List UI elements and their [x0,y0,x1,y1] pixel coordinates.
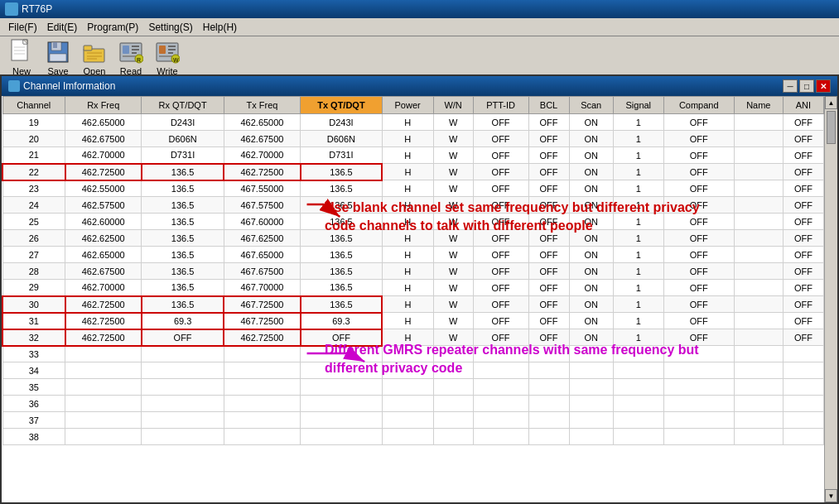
cell-ani[interactable] [783,429,823,445]
cell-wn[interactable] [433,379,473,396]
cell-wn[interactable] [433,362,473,379]
cell-compand[interactable]: OFF [663,197,734,214]
cell-compand[interactable]: OFF [663,329,734,346]
cell-signal[interactable]: 1 [613,313,663,329]
table-row[interactable]: 37 [2,412,824,429]
cell-scan[interactable]: ON [569,296,613,313]
cell-power[interactable]: H [382,131,433,147]
cell-bcl[interactable] [528,396,569,412]
cell-power[interactable]: H [382,197,433,214]
cell-name[interactable] [734,263,783,280]
cell-scan[interactable] [569,379,613,396]
cell-ani[interactable]: OFF [783,247,823,263]
cell-signal[interactable] [613,429,663,445]
cell-tx-freq[interactable]: 467.55000 [224,180,300,197]
cell-name[interactable] [734,214,783,230]
cell-ptt-id[interactable] [473,396,528,412]
cell-power[interactable]: H [382,230,433,247]
cell-rx-freq[interactable]: 462.57500 [65,197,142,214]
cell-bcl[interactable]: OFF [528,263,569,280]
cell-compand[interactable]: OFF [663,164,734,180]
cell-ptt-id[interactable]: OFF [473,296,528,313]
cell-bcl[interactable]: OFF [528,313,569,329]
close-button[interactable]: ✕ [816,79,831,93]
cell-bcl[interactable] [528,346,569,362]
cell-power[interactable]: H [382,180,433,197]
cell-channel[interactable]: 21 [2,147,65,164]
cell-power[interactable]: H [382,280,433,296]
cell-name[interactable] [734,379,783,396]
cell-compand[interactable]: OFF [663,114,734,131]
cell-rx-freq[interactable] [65,429,142,445]
cell-signal[interactable] [613,412,663,429]
cell-power[interactable] [382,362,433,379]
cell-rx-freq[interactable]: 462.65000 [65,247,142,263]
table-row[interactable]: 30462.72500136.5467.72500136.5HWOFFOFFON… [2,296,824,313]
table-row[interactable]: 29462.70000136.5467.70000136.5HWOFFOFFON… [2,280,824,296]
table-row[interactable]: 36 [2,396,824,412]
cell-rx-qt[interactable] [142,429,224,445]
cell-ptt-id[interactable] [473,379,528,396]
cell-scan[interactable]: ON [569,329,613,346]
cell-bcl[interactable]: OFF [528,147,569,164]
table-row[interactable]: 24462.57500136.5467.57500136.5HWOFFOFFON… [2,197,824,214]
cell-signal[interactable]: 1 [613,263,663,280]
cell-wn[interactable]: W [433,263,473,280]
cell-wn[interactable] [433,346,473,362]
minimize-button[interactable]: ─ [783,79,798,93]
cell-rx-qt[interactable]: 136.5 [142,296,224,313]
cell-rx-qt[interactable] [142,412,224,429]
cell-rx-qt[interactable]: D606N [142,131,224,147]
cell-tx-qt[interactable] [301,346,383,362]
cell-ani[interactable] [783,346,823,362]
cell-bcl[interactable]: OFF [528,329,569,346]
cell-channel[interactable]: 22 [2,164,65,180]
cell-power[interactable]: H [382,147,433,164]
cell-ani[interactable] [783,396,823,412]
cell-name[interactable] [734,247,783,263]
cell-compand[interactable]: OFF [663,214,734,230]
cell-compand[interactable]: OFF [663,230,734,247]
table-row[interactable]: 26462.62500136.5467.62500136.5HWOFFOFFON… [2,230,824,247]
table-row[interactable]: 32462.72500OFF462.72500OFFHWOFFOFFON1OFF… [2,329,824,346]
cell-rx-qt[interactable] [142,396,224,412]
cell-compand[interactable] [663,429,734,445]
cell-tx-freq[interactable]: 462.67500 [224,131,300,147]
cell-tx-freq[interactable]: 462.72500 [224,329,300,346]
cell-ani[interactable]: OFF [783,180,823,197]
cell-tx-qt[interactable]: 136.5 [301,296,383,313]
vertical-scrollbar[interactable]: ▲ ▼ [824,96,837,502]
cell-ptt-id[interactable] [473,412,528,429]
cell-signal[interactable]: 1 [613,197,663,214]
cell-ptt-id[interactable]: OFF [473,280,528,296]
cell-rx-qt[interactable]: 136.5 [142,197,224,214]
cell-compand[interactable] [663,396,734,412]
cell-compand[interactable] [663,362,734,379]
cell-channel[interactable]: 31 [2,313,65,329]
cell-scan[interactable] [569,412,613,429]
new-button[interactable]: New [5,37,38,78]
cell-rx-freq[interactable] [65,396,142,412]
cell-power[interactable]: H [382,164,433,180]
menu-setting[interactable]: Setting(S) [143,20,197,35]
table-row[interactable]: 28462.67500136.5467.67500136.5HWOFFOFFON… [2,263,824,280]
cell-tx-freq[interactable]: 467.67500 [224,263,300,280]
cell-power[interactable]: H [382,114,433,131]
cell-rx-qt[interactable]: D731I [142,147,224,164]
cell-tx-qt[interactable]: 136.5 [301,280,383,296]
cell-tx-freq[interactable]: 467.65000 [224,247,300,263]
cell-rx-qt[interactable]: 136.5 [142,263,224,280]
cell-scan[interactable] [569,396,613,412]
cell-tx-freq[interactable]: 467.72500 [224,313,300,329]
cell-tx-freq[interactable]: 467.70000 [224,280,300,296]
cell-rx-qt[interactable]: 136.5 [142,214,224,230]
cell-ani[interactable] [783,379,823,396]
cell-ptt-id[interactable] [473,429,528,445]
cell-power[interactable]: H [382,329,433,346]
cell-tx-qt[interactable] [301,379,383,396]
cell-ptt-id[interactable] [473,362,528,379]
cell-rx-qt[interactable]: 69.3 [142,313,224,329]
cell-name[interactable] [734,114,783,131]
cell-ptt-id[interactable] [473,346,528,362]
cell-rx-freq[interactable]: 462.72500 [65,329,142,346]
